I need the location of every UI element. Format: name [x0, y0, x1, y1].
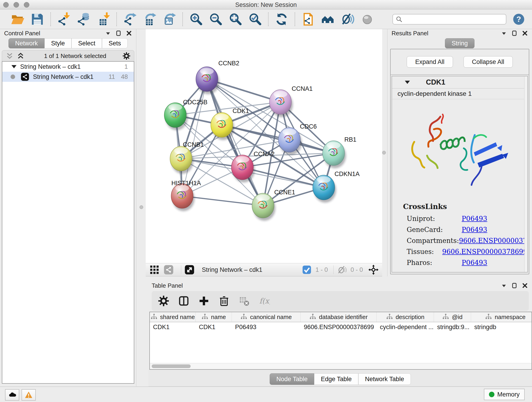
- import-table-icon[interactable]: [96, 12, 111, 27]
- crosslink-link[interactable]: 9606.ENSP00000378699: [459, 237, 528, 245]
- network-node[interactable]: CDKN1A: [313, 171, 360, 203]
- zoom-in-icon[interactable]: [189, 12, 203, 27]
- network-edge[interactable]: [207, 79, 263, 206]
- crosslink-link[interactable]: 9606.ENSP00000378699: [442, 248, 527, 255]
- tab-string[interactable]: String: [445, 38, 475, 48]
- results-scrollbar[interactable]: [524, 76, 527, 272]
- table-cell[interactable]: stringdb:9...: [434, 324, 471, 331]
- network-node[interactable]: HIST1H1A: [171, 180, 201, 211]
- gear-icon[interactable]: [158, 295, 169, 306]
- export-image-icon[interactable]: [162, 12, 177, 27]
- add-column-icon[interactable]: [198, 295, 209, 306]
- hidden-eye-icon[interactable]: [337, 265, 347, 275]
- column-header[interactable]: canonical name: [232, 312, 301, 322]
- table-cell[interactable]: P06493: [232, 324, 301, 331]
- network-row[interactable]: String Network – cdk1 11 48: [2, 72, 134, 82]
- right-splitter-handle[interactable]: [382, 151, 386, 154]
- table-row[interactable]: CDK1CDK1P064939606.ENSP00000378699cyclin…: [150, 322, 532, 332]
- float-panel-icon[interactable]: [511, 283, 517, 288]
- grid-icon[interactable]: [149, 265, 159, 275]
- tab-network[interactable]: Network: [8, 38, 44, 48]
- string-query-icon[interactable]: [301, 12, 316, 27]
- panel-menu-icon[interactable]: [105, 30, 111, 36]
- columns-icon[interactable]: [178, 295, 189, 306]
- close-panel-icon[interactable]: [522, 283, 528, 288]
- table-cell[interactable]: stringdb: [471, 324, 532, 331]
- network-node[interactable]: CDC6: [278, 123, 317, 155]
- tab-style[interactable]: Style: [44, 38, 71, 48]
- memory-button[interactable]: Memory: [484, 389, 525, 400]
- column-header[interactable]: @id: [434, 312, 471, 322]
- help-icon[interactable]: ?: [513, 14, 524, 25]
- collapse-all-icon[interactable]: [6, 52, 13, 60]
- search-box[interactable]: [393, 14, 506, 25]
- table-hscrollbar[interactable]: [150, 363, 532, 369]
- column-header[interactable]: namespace: [471, 312, 532, 322]
- network-canvas[interactable]: CCNB2CCNA1CDC25BCDK1CDC6RB1CCNB1CCNA2CDK…: [146, 29, 382, 263]
- float-panel-icon[interactable]: [115, 30, 121, 36]
- open-session-icon[interactable]: [10, 12, 25, 27]
- column-header[interactable]: database identifier: [301, 312, 377, 322]
- expand-all-button[interactable]: Expand All: [407, 56, 453, 68]
- tab-node-table[interactable]: Node Table: [270, 373, 314, 385]
- tab-sets[interactable]: Sets: [102, 38, 128, 48]
- gear-icon[interactable]: [123, 52, 130, 60]
- network-node-label: CCNB2: [218, 60, 239, 67]
- scrollbar-thumb[interactable]: [152, 364, 191, 368]
- column-header[interactable]: shared name: [150, 312, 196, 322]
- search-input[interactable]: [404, 15, 503, 23]
- delete-column-icon[interactable]: [219, 295, 230, 306]
- network-selection-summary: 1 of 1 Network selected: [28, 52, 123, 60]
- network-node[interactable]: CDC25B: [164, 99, 208, 130]
- collapse-all-button[interactable]: Collapse All: [463, 56, 513, 68]
- panel-menu-icon[interactable]: [501, 30, 507, 36]
- horizontal-splitter[interactable]: [146, 276, 532, 281]
- close-panel-icon[interactable]: [126, 30, 132, 36]
- section-expander-icon[interactable]: [405, 81, 410, 84]
- table-cell[interactable]: cyclin-dependent ...: [377, 324, 434, 331]
- crosslink-link[interactable]: P06493: [462, 259, 487, 267]
- warnings-button[interactable]: [22, 389, 36, 401]
- expand-all-icon[interactable]: [17, 52, 25, 60]
- crosshair-icon[interactable]: [368, 265, 379, 275]
- share-network-icon[interactable]: [164, 265, 174, 275]
- network-collection-row[interactable]: String Network – cdk1 1: [2, 62, 134, 72]
- crosslink-link[interactable]: P06493: [462, 215, 487, 223]
- tab-edge-table[interactable]: Edge Table: [314, 373, 358, 385]
- zoom-selected-icon[interactable]: [248, 12, 262, 27]
- network-node[interactable]: RB1: [323, 136, 356, 168]
- column-header[interactable]: description: [377, 312, 434, 322]
- table-cell[interactable]: CDK1: [150, 324, 196, 331]
- float-panel-icon[interactable]: [511, 30, 517, 36]
- panel-menu-icon[interactable]: [501, 283, 507, 288]
- selected-checkbox-icon[interactable]: [302, 265, 312, 275]
- show-graphics-details-icon[interactable]: [340, 12, 355, 27]
- expander-icon[interactable]: [12, 65, 17, 68]
- crosslink-link[interactable]: P06493: [462, 226, 487, 234]
- network-edge[interactable]: [182, 79, 207, 196]
- left-splitter-handle[interactable]: [139, 205, 143, 209]
- export-network-icon[interactable]: [123, 12, 137, 27]
- import-database-icon[interactable]: [76, 12, 91, 27]
- first-neighbors-icon[interactable]: [321, 12, 335, 27]
- close-panel-icon[interactable]: [522, 30, 528, 36]
- zoom-out-icon[interactable]: [208, 12, 223, 27]
- save-session-icon[interactable]: [30, 12, 45, 27]
- network-node[interactable]: CDK1: [211, 108, 249, 140]
- zoom-fit-icon[interactable]: [228, 12, 243, 27]
- network-node[interactable]: CCNE1: [252, 189, 295, 221]
- results-panel: Results Panel String Expand All Collapse…: [387, 29, 532, 276]
- gene-section-header[interactable]: CDK1: [392, 76, 527, 89]
- bird-eye-icon[interactable]: [360, 12, 375, 27]
- refresh-icon[interactable]: [274, 12, 289, 27]
- open-in-window-icon[interactable]: [184, 265, 195, 275]
- cloud-button[interactable]: [5, 389, 19, 401]
- export-table-icon[interactable]: [142, 12, 157, 27]
- tab-select[interactable]: Select: [71, 38, 102, 48]
- column-header[interactable]: name: [196, 312, 232, 322]
- import-network-icon[interactable]: [57, 12, 71, 27]
- tab-network-table[interactable]: Network Table: [358, 373, 411, 385]
- table-cell[interactable]: 9606.ENSP00000378699: [301, 324, 377, 331]
- column-type-icon: [309, 313, 316, 320]
- table-cell[interactable]: CDK1: [196, 324, 232, 331]
